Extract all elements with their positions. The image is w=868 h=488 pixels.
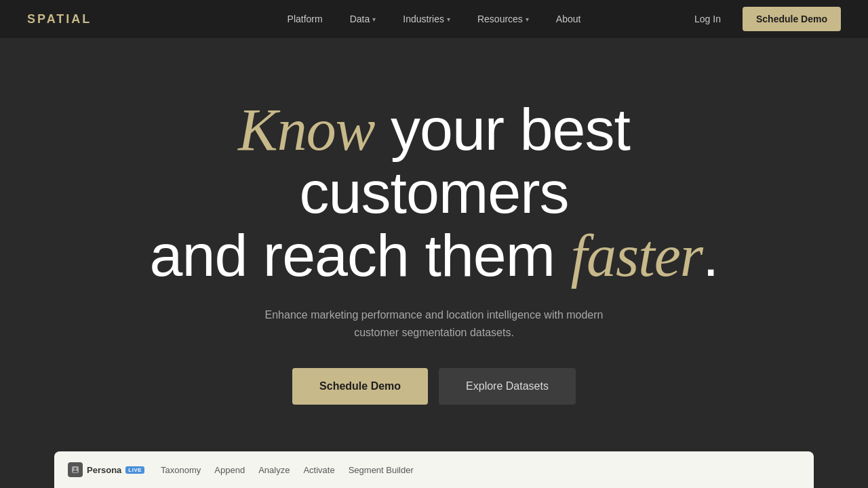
hero-title-italic: Know — [238, 97, 374, 163]
nav-data-label: Data — [350, 14, 370, 24]
persona-live-badge: LIVE — [125, 466, 144, 474]
nav-center: Platform Data ▾ Industries ▾ Resources ▾… — [277, 8, 592, 30]
hero-title-italic2: faster — [571, 223, 703, 289]
bottom-tab-analyze[interactable]: Analyze — [258, 462, 290, 478]
nav-industries-label: Industries — [403, 14, 444, 24]
nav-left: SPATIAL — [27, 12, 92, 26]
bottom-tab-activate[interactable]: Activate — [303, 462, 334, 478]
persona-badge: Persona LIVE — [68, 462, 144, 477]
chevron-down-icon: ▾ — [447, 16, 450, 23]
chevron-down-icon: ▾ — [526, 16, 529, 23]
nav-item-resources[interactable]: Resources ▾ — [467, 8, 540, 30]
persona-icon — [68, 462, 83, 477]
hero-subtitle: Enhance marketing performance and locati… — [251, 306, 617, 341]
nav-item-industries[interactable]: Industries ▾ — [392, 8, 461, 30]
bottom-tab-segment-builder[interactable]: Segment Builder — [349, 462, 414, 478]
svg-point-1 — [74, 468, 77, 470]
hero-title-period: . — [703, 222, 718, 289]
nav-right: Log In Schedule Demo — [684, 7, 841, 31]
hero-title-line2: and reach them — [150, 222, 571, 289]
logo: SPATIAL — [27, 12, 92, 26]
page-wrapper: SPATIAL Platform Data ▾ Industries ▾ Res… — [0, 0, 868, 488]
hero-buttons: Schedule Demo Explore Datasets — [292, 368, 576, 405]
chevron-down-icon: ▾ — [372, 16, 376, 23]
bottom-tab-append[interactable]: Append — [214, 462, 245, 478]
bottom-tab-taxonomy[interactable]: Taxonomy — [161, 462, 201, 478]
login-button[interactable]: Log In — [684, 8, 732, 30]
navbar: SPATIAL Platform Data ▾ Industries ▾ Res… — [0, 0, 868, 38]
nav-item-about[interactable]: About — [545, 8, 592, 30]
hero-title: Know your best customers and reach them … — [129, 98, 739, 287]
nav-about-label: About — [556, 14, 581, 24]
schedule-demo-button[interactable]: Schedule Demo — [292, 368, 428, 405]
persona-label: Persona — [87, 465, 121, 475]
explore-datasets-button[interactable]: Explore Datasets — [439, 368, 576, 405]
bottom-bar: Persona LIVE Taxonomy Append Analyze Act… — [54, 451, 814, 488]
nav-item-platform[interactable]: Platform — [277, 8, 334, 30]
hero-section: Know your best customers and reach them … — [0, 38, 868, 451]
schedule-demo-nav-button[interactable]: Schedule Demo — [743, 7, 841, 31]
bottom-tabs: Taxonomy Append Analyze Activate Segment… — [161, 462, 414, 478]
nav-platform-label: Platform — [288, 14, 323, 24]
nav-item-data[interactable]: Data ▾ — [339, 8, 387, 30]
nav-resources-label: Resources — [477, 14, 523, 24]
